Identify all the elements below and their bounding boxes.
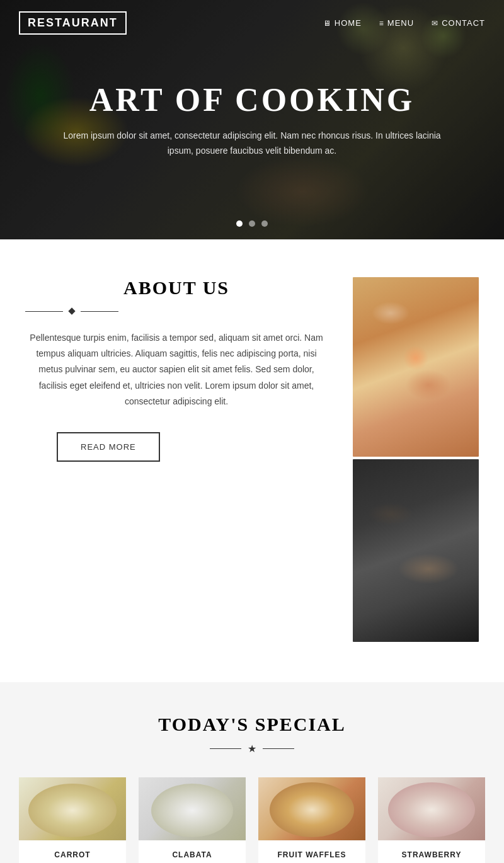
menu-icon: ≡	[379, 19, 384, 28]
dot-2[interactable]	[249, 220, 255, 227]
divider-diamond	[68, 307, 75, 314]
dot-1[interactable]	[236, 220, 243, 227]
special-divider-right	[263, 748, 294, 749]
about-title: ABOUT US	[25, 277, 328, 299]
special-title: TODAY'S SPECIAL	[19, 714, 485, 735]
special-divider-left	[210, 748, 241, 749]
menu-img-waffles	[258, 777, 365, 840]
about-section: ABOUT US Pellentesque turpis enim, facil…	[0, 239, 504, 682]
hero-content: ART OF COOKING Lorem ipsum dolor sit ame…	[63, 81, 441, 159]
divider-line-left	[25, 311, 63, 312]
special-divider: ★	[19, 743, 485, 755]
menu-grid: CARROTDELIGHT $9.60 CLABATASERVED WITHSA…	[19, 777, 485, 863]
read-more-button[interactable]: Read More	[57, 432, 160, 462]
site-header: RESTAURANT 🖥 HOME ≡ MENU ✉ CONTACT	[0, 0, 504, 46]
menu-img-strawberry	[378, 777, 485, 840]
hero-dots	[236, 220, 268, 227]
divider-line-right	[81, 311, 118, 312]
main-nav: 🖥 HOME ≡ MENU ✉ CONTACT	[323, 18, 485, 28]
menu-item-carrot-name: CARROTDELIGHT	[19, 849, 126, 863]
star-icon: ★	[248, 743, 256, 755]
site-logo[interactable]: RESTAURANT	[19, 11, 127, 35]
monitor-icon: 🖥	[323, 19, 331, 28]
nav-menu-label: MENU	[387, 18, 414, 28]
menu-item-waffles-name: FRUIT WAFFLES	[258, 849, 365, 860]
menu-item-waffles: FRUIT WAFFLES $9.60	[258, 777, 365, 863]
food-photo-salmon	[353, 277, 479, 457]
food-photo-catering	[353, 459, 479, 642]
special-section: TODAY'S SPECIAL ★ CARROTDELIGHT $9.60 CL…	[0, 682, 504, 863]
nav-contact-label: CONTACT	[442, 18, 485, 28]
nav-contact[interactable]: ✉ CONTACT	[432, 18, 485, 28]
about-body: Pellentesque turpis enim, facilisis a te…	[25, 330, 328, 409]
about-image-top	[353, 277, 479, 457]
menu-item-carrot: CARROTDELIGHT $9.60	[19, 777, 126, 863]
nav-home-label: HOME	[335, 18, 362, 28]
menu-img-clabata	[139, 777, 246, 840]
about-images	[353, 277, 479, 644]
hero-subtitle: Lorem ipsum dolor sit amet, consectetur …	[63, 129, 441, 159]
menu-item-clabata-name: CLABATASERVED WITHSALMON	[139, 849, 246, 863]
menu-item-strawberry-name: STRAWBERRYLAKHANI	[378, 849, 485, 863]
dot-3[interactable]	[261, 220, 268, 227]
about-left: ABOUT US Pellentesque turpis enim, facil…	[25, 277, 328, 462]
hero-section: RESTAURANT 🖥 HOME ≡ MENU ✉ CONTACT ART O…	[0, 0, 504, 239]
menu-item-strawberry: STRAWBERRYLAKHANI $9.60	[378, 777, 485, 863]
nav-home[interactable]: 🖥 HOME	[323, 18, 362, 28]
hero-title: ART OF COOKING	[63, 81, 441, 118]
menu-item-clabata: CLABATASERVED WITHSALMON $9.60	[139, 777, 246, 863]
nav-menu[interactable]: ≡ MENU	[379, 18, 414, 28]
envelope-icon: ✉	[432, 19, 438, 28]
menu-img-carrot	[19, 777, 126, 840]
about-divider	[25, 309, 328, 314]
about-image-bottom	[353, 459, 479, 642]
